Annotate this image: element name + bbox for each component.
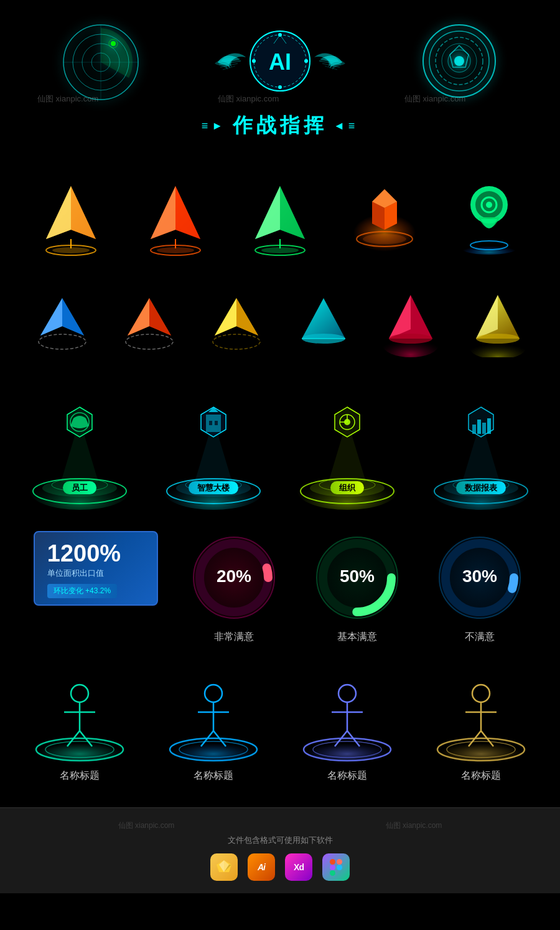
pyramid-orange: [141, 177, 210, 258]
svg-marker-72: [236, 298, 258, 336]
svg-point-70: [126, 334, 173, 349]
figma-icon: [322, 853, 350, 881]
person-3: 名称标题: [297, 675, 397, 782]
svg-point-135: [36, 738, 123, 761]
pyramid-box-orange: [350, 177, 419, 258]
pyramid-gold: [37, 177, 105, 258]
svg-text:50%: 50%: [340, 566, 375, 586]
person-1: 名称标题: [30, 675, 129, 782]
svg-point-143: [170, 738, 257, 761]
svg-text:AI: AI: [269, 49, 291, 75]
svg-rect-117: [472, 425, 476, 434]
donut-label-1: 非常满意: [214, 631, 254, 644]
svg-point-21: [252, 59, 256, 63]
rings-icon: [419, 21, 500, 104]
svg-rect-169: [330, 859, 335, 865]
illustrator-icon: Ai: [248, 853, 275, 881]
svg-point-37: [52, 247, 90, 253]
cone-yellow: [470, 289, 526, 357]
big-stat-number: 1200%: [47, 542, 144, 565]
title-text: 作战指挥: [233, 112, 327, 139]
person-name-3: 名称标题: [327, 769, 367, 782]
svg-text:30%: 30%: [462, 566, 497, 586]
person-name-4: 名称标题: [461, 769, 501, 782]
ai-text: Ai: [258, 862, 265, 872]
svg-point-30: [454, 56, 464, 66]
svg-point-85: [476, 334, 520, 344]
svg-rect-171: [330, 865, 335, 870]
footer-watermark-1: 仙图 xianpic.com: [118, 820, 175, 831]
svg-marker-45: [280, 186, 305, 239]
svg-marker-69: [128, 298, 149, 336]
svg-marker-40: [151, 186, 175, 239]
arrow-blue: [34, 292, 90, 354]
svg-marker-65: [40, 298, 62, 336]
person-4: 名称标题: [431, 675, 531, 782]
svg-point-152: [338, 685, 356, 702]
donut-20: 20% 非常满意: [187, 531, 281, 644]
person-2: 名称标题: [164, 675, 263, 782]
big-stat-card: 1200% 单位面积出口值 环比变化 +43.2%: [34, 531, 158, 606]
right-arrow-deco: ◄≡: [334, 120, 358, 133]
footer: 仙图 xianpic.com 仙图 xianpic.com 文件包含格式可使用如…: [0, 807, 560, 893]
svg-rect-118: [477, 420, 481, 434]
big-stat-change: 环比变化 +43.2%: [47, 584, 117, 598]
pyramids-section: [0, 158, 560, 276]
svg-point-151: [304, 738, 391, 761]
svg-rect-99: [209, 421, 212, 425]
svg-point-57: [461, 242, 517, 255]
footer-app-icons: Ai Xd: [12, 853, 548, 881]
pod-org: 组织: [291, 388, 403, 494]
sketch-icon: [210, 853, 238, 881]
svg-marker-68: [149, 298, 171, 336]
svg-point-61: [486, 202, 492, 208]
pod-label-2: 智慧大楼: [189, 481, 238, 494]
location-pin: [455, 171, 523, 258]
svg-point-144: [205, 685, 222, 702]
battle-title: ≡► 作战指挥 ◄≡: [0, 112, 560, 158]
svg-point-20: [278, 85, 282, 89]
svg-rect-120: [487, 418, 491, 434]
persons-section: 名称标题 名称标题: [0, 656, 560, 795]
svg-point-74: [213, 334, 260, 349]
svg-point-136: [71, 685, 88, 702]
cone-cyan: [296, 292, 352, 354]
svg-point-19: [304, 59, 308, 63]
donut-label-2: 基本满意: [337, 631, 377, 644]
pod-label-3: 组织: [330, 481, 364, 494]
svg-point-173: [337, 865, 342, 870]
svg-marker-34: [46, 186, 71, 239]
svg-text:20%: 20%: [217, 566, 251, 586]
top-banner: AI: [0, 0, 560, 112]
pods-section: 员工 智慧大楼: [0, 376, 560, 519]
footer-watermark-2: 仙图 xianpic.com: [386, 820, 442, 831]
footer-text: 文件包含格式可使用如下软件: [12, 835, 548, 846]
xd-icon: Xd: [285, 853, 312, 881]
pod-building: 智慧大楼: [157, 388, 269, 494]
svg-point-43: [157, 247, 194, 253]
donut-30: 30% 不满意: [433, 531, 526, 644]
svg-point-6: [111, 41, 116, 46]
svg-point-49: [261, 247, 299, 253]
svg-point-160: [472, 685, 490, 702]
ai-badge: AI: [212, 19, 348, 106]
pod-label-4: 数据报表: [456, 481, 506, 494]
arrow-orange-red: [121, 292, 177, 354]
arrows-section: [0, 276, 560, 376]
svg-marker-75: [302, 298, 345, 339]
svg-rect-100: [215, 421, 218, 425]
person-name-2: 名称标题: [194, 769, 233, 782]
svg-point-66: [39, 334, 86, 349]
svg-point-159: [437, 738, 525, 761]
svg-marker-39: [175, 186, 200, 239]
left-arrow-deco: ≡►: [202, 120, 226, 133]
cone-red: [383, 289, 439, 357]
xd-text: Xd: [294, 862, 304, 872]
pod-employee: 员工: [24, 388, 136, 494]
big-stat-label: 单位面积出口值: [47, 568, 144, 579]
pod-label-1: 员工: [63, 481, 96, 494]
svg-rect-170: [337, 859, 342, 865]
donut-50: 50% 基本满意: [310, 531, 404, 644]
radar-icon: [60, 22, 141, 103]
stats-section: 1200% 单位面积出口值 环比变化 +43.2% 20% 非常满意: [0, 519, 560, 650]
